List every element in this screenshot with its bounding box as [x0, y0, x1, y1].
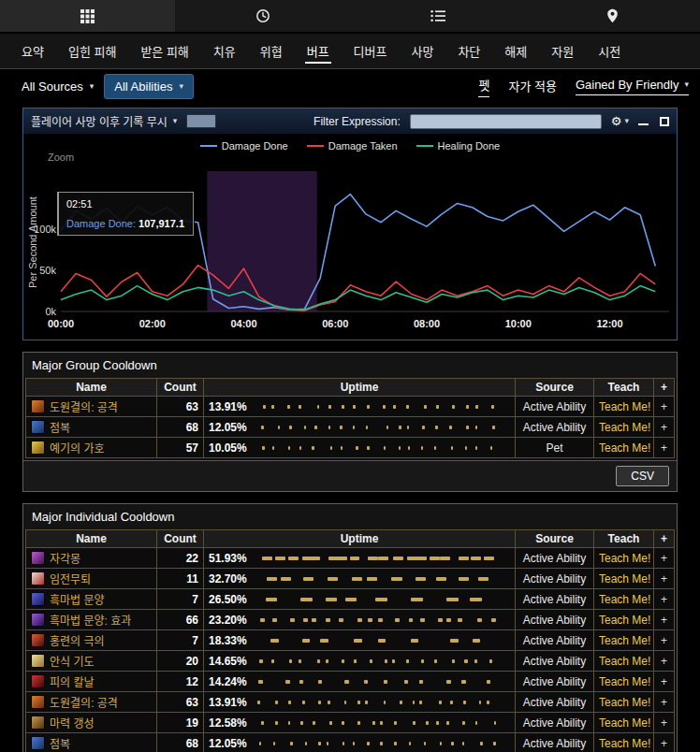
expand-row-button[interactable]: +	[654, 417, 675, 438]
uptime-percent: 13.91%	[209, 696, 257, 709]
col-header-count[interactable]: Count	[157, 530, 204, 548]
expand-row-button[interactable]: +	[654, 651, 675, 672]
expand-row-button[interactable]: +	[654, 548, 675, 569]
teach-me-link[interactable]: Teach Me!	[599, 675, 650, 688]
tab-summary[interactable]: 요약	[9, 34, 56, 68]
tab-damage-done[interactable]: 입힌 피해	[56, 34, 128, 68]
teach-me-link[interactable]: Teach Me!	[599, 593, 650, 606]
expand-row-button[interactable]: +	[654, 438, 675, 458]
col-header-add[interactable]: +	[654, 379, 675, 397]
uptime-cell: 13.91%	[204, 397, 516, 417]
death-filter-dropdown[interactable]: 플레이어 사망 이후 기록 무시 ▾	[31, 113, 177, 129]
count-cell: 57	[157, 438, 204, 458]
teach-me-link[interactable]: Teach Me!	[599, 716, 650, 730]
all-abilities-dropdown[interactable]: All Abilities ▾	[104, 74, 194, 99]
tab-healing[interactable]: 치유	[201, 34, 248, 68]
tab-threat[interactable]: 위협	[248, 34, 295, 68]
uptime-cell: 51.93%	[204, 548, 516, 569]
series-damage-taken	[61, 266, 655, 311]
tab-interrupts[interactable]: 차단	[445, 34, 492, 68]
teach-me-link[interactable]: Teach Me!	[599, 614, 650, 627]
col-header-name[interactable]: Name	[26, 530, 157, 548]
tab-damage-taken[interactable]: 받은 피해	[128, 34, 200, 68]
ability-name-cell[interactable]: 점복	[26, 417, 157, 438]
tab-resources[interactable]: 자원	[539, 34, 586, 68]
tooltip-value-row: Damage Done: 107,917.1	[66, 218, 185, 229]
panel-title: Major Individual Cooldown	[23, 504, 677, 529]
legend-item-damage-done[interactable]: Damage Done	[200, 140, 288, 152]
col-header-count[interactable]: Count	[157, 379, 204, 397]
col-header-source[interactable]: Source	[516, 530, 594, 548]
tab-debuffs[interactable]: 디버프	[342, 34, 400, 68]
count-cell: 63	[157, 692, 204, 713]
teach-me-link[interactable]: Teach Me!	[599, 441, 650, 455]
ability-name: 흑마법 문양: 효과	[50, 612, 131, 628]
minimize-icon[interactable]	[638, 117, 649, 125]
legend-swatch	[200, 145, 217, 147]
col-header-teach[interactable]: Teach	[594, 379, 654, 397]
ability-name-cell[interactable]: 도원결의: 공격	[26, 692, 157, 713]
ability-name-cell[interactable]: 안식 기도	[26, 651, 157, 672]
uptime-percent: 10.05%	[209, 441, 257, 455]
ability-name-cell[interactable]: 흑마법 문양	[26, 589, 157, 610]
col-header-name[interactable]: Name	[26, 379, 157, 397]
legend-item-healing-done[interactable]: Healing Done	[416, 140, 501, 152]
teach-me-link[interactable]: Teach Me!	[599, 655, 650, 668]
col-header-teach[interactable]: Teach	[594, 530, 654, 548]
ability-name-cell[interactable]: 도원결의: 공격	[26, 397, 157, 417]
expand-row-button[interactable]: +	[654, 692, 675, 713]
tab-dispels[interactable]: 해제	[492, 34, 539, 68]
tooltip-time: 02:51	[66, 198, 185, 210]
uptime-percent: 12.05%	[209, 737, 257, 750]
nav-timeline-view[interactable]	[175, 0, 350, 32]
nav-list-view[interactable]	[350, 0, 525, 32]
expand-row-button[interactable]: +	[654, 397, 675, 417]
teach-me-link[interactable]: Teach Me!	[599, 696, 650, 709]
ability-name-cell[interactable]: 마력 갱성	[26, 713, 157, 733]
col-header-uptime[interactable]: Uptime	[204, 379, 516, 397]
expand-row-button[interactable]: +	[654, 569, 675, 589]
settings-menu[interactable]: ⚙ ▾	[611, 114, 629, 128]
nav-tables-view[interactable]	[0, 0, 175, 32]
gained-by-dropdown[interactable]: Gained By Friendly ▾	[576, 78, 689, 95]
maximize-icon[interactable]	[660, 117, 669, 126]
ability-name-cell[interactable]: 흑마법 문양: 효과	[26, 610, 157, 630]
tab-deaths[interactable]: 사망	[399, 34, 445, 68]
self-apply-toggle[interactable]: 자가 적용	[508, 77, 556, 97]
threshold-input[interactable]	[186, 114, 216, 128]
nav-map-view[interactable]	[525, 0, 700, 32]
teach-me-link[interactable]: Teach Me!	[599, 634, 650, 647]
expand-row-button[interactable]: +	[654, 610, 675, 630]
tab-buffs[interactable]: 버프	[295, 34, 342, 68]
pet-toggle[interactable]: 펫	[478, 76, 489, 97]
col-header-source[interactable]: Source	[516, 379, 594, 397]
teach-me-link[interactable]: Teach Me!	[599, 400, 650, 413]
ability-name-cell[interactable]: 홍련의 극의	[26, 630, 157, 651]
csv-button[interactable]: CSV	[616, 466, 669, 486]
teach-me-link[interactable]: Teach Me!	[599, 421, 650, 434]
ability-name-cell[interactable]: 피의 칼날	[26, 672, 157, 692]
teach-me-link[interactable]: Teach Me!	[599, 737, 650, 750]
teach-me-link[interactable]: Teach Me!	[599, 572, 650, 586]
expand-row-button[interactable]: +	[654, 733, 675, 752]
ability-name-cell[interactable]: 점복	[26, 733, 157, 752]
zoom-label[interactable]: Zoom	[48, 152, 74, 163]
filter-expression-input[interactable]	[410, 114, 602, 129]
col-header-uptime[interactable]: Uptime	[204, 530, 516, 548]
count-cell: 20	[157, 651, 204, 672]
expand-row-button[interactable]: +	[654, 713, 675, 733]
tab-casts[interactable]: 시전	[586, 34, 633, 68]
expand-row-button[interactable]: +	[654, 672, 675, 692]
per-second-chart[interactable]: 0k50k100k00:0002:0004:0006:0008:0010:001…	[23, 134, 675, 340]
legend-item-damage-taken[interactable]: Damage Taken	[307, 140, 398, 152]
count-cell: 66	[157, 610, 204, 630]
y-tick: 50k	[39, 265, 56, 276]
ability-name-cell[interactable]: 자각몽	[26, 548, 157, 569]
ability-name-cell[interactable]: 임전무퇴	[26, 569, 157, 589]
teach-me-link[interactable]: Teach Me!	[599, 552, 650, 565]
expand-row-button[interactable]: +	[654, 589, 675, 610]
expand-row-button[interactable]: +	[654, 630, 675, 651]
ability-name-cell[interactable]: 예기의 가호	[26, 438, 157, 458]
all-sources-dropdown[interactable]: All Sources ▾	[11, 74, 104, 99]
col-header-add[interactable]: +	[654, 530, 675, 548]
